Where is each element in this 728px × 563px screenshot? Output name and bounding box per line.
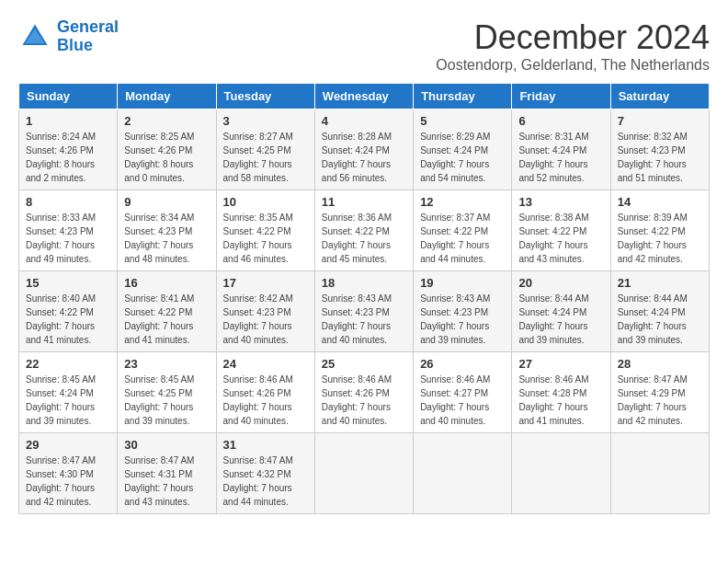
calendar-cell: 15Sunrise: 8:40 AMSunset: 4:22 PMDayligh… bbox=[19, 271, 118, 352]
day-info: Sunrise: 8:37 AMSunset: 4:22 PMDaylight:… bbox=[420, 211, 505, 266]
day-number: 12 bbox=[420, 195, 505, 209]
calendar-cell bbox=[512, 433, 610, 514]
calendar-cell: 4Sunrise: 8:28 AMSunset: 4:24 PMDaylight… bbox=[314, 109, 413, 190]
calendar-cell: 8Sunrise: 8:33 AMSunset: 4:23 PMDaylight… bbox=[19, 190, 118, 271]
calendar-week-row: 1Sunrise: 8:24 AMSunset: 4:26 PMDaylight… bbox=[19, 109, 710, 190]
calendar-week-row: 8Sunrise: 8:33 AMSunset: 4:23 PMDaylight… bbox=[19, 190, 710, 271]
calendar-cell: 20Sunrise: 8:44 AMSunset: 4:24 PMDayligh… bbox=[512, 271, 610, 352]
day-info: Sunrise: 8:36 AMSunset: 4:22 PMDaylight:… bbox=[322, 211, 406, 266]
day-info: Sunrise: 8:46 AMSunset: 4:26 PMDaylight:… bbox=[322, 373, 406, 428]
day-number: 7 bbox=[618, 114, 702, 128]
calendar-cell: 22Sunrise: 8:45 AMSunset: 4:24 PMDayligh… bbox=[19, 352, 118, 433]
day-number: 13 bbox=[518, 195, 603, 209]
col-header-tuesday: Tuesday bbox=[216, 84, 314, 109]
day-info: Sunrise: 8:43 AMSunset: 4:23 PMDaylight:… bbox=[420, 292, 505, 347]
month-title: December 2024 bbox=[436, 18, 710, 57]
day-info: Sunrise: 8:44 AMSunset: 4:24 PMDaylight:… bbox=[518, 292, 603, 347]
day-number: 20 bbox=[518, 276, 603, 290]
calendar-cell: 26Sunrise: 8:46 AMSunset: 4:27 PMDayligh… bbox=[414, 352, 512, 433]
day-info: Sunrise: 8:46 AMSunset: 4:27 PMDaylight:… bbox=[420, 373, 505, 428]
day-info: Sunrise: 8:45 AMSunset: 4:25 PMDaylight:… bbox=[124, 373, 209, 428]
calendar-cell: 19Sunrise: 8:43 AMSunset: 4:23 PMDayligh… bbox=[414, 271, 512, 352]
calendar-cell: 17Sunrise: 8:42 AMSunset: 4:23 PMDayligh… bbox=[216, 271, 314, 352]
calendar-week-row: 15Sunrise: 8:40 AMSunset: 4:22 PMDayligh… bbox=[19, 271, 710, 352]
calendar-cell: 16Sunrise: 8:41 AMSunset: 4:22 PMDayligh… bbox=[118, 271, 216, 352]
calendar-week-row: 29Sunrise: 8:47 AMSunset: 4:30 PMDayligh… bbox=[19, 433, 710, 514]
day-number: 29 bbox=[26, 438, 110, 452]
calendar-table: SundayMondayTuesdayWednesdayThursdayFrid… bbox=[18, 83, 710, 514]
header: General Blue December 2024 Oostendorp, G… bbox=[18, 18, 710, 74]
col-header-thursday: Thursday bbox=[414, 84, 512, 109]
day-number: 5 bbox=[420, 114, 505, 128]
logo-icon bbox=[18, 20, 51, 53]
day-number: 6 bbox=[518, 114, 603, 128]
day-info: Sunrise: 8:42 AMSunset: 4:23 PMDaylight:… bbox=[223, 292, 308, 347]
day-info: Sunrise: 8:29 AMSunset: 4:24 PMDaylight:… bbox=[420, 130, 505, 185]
day-number: 15 bbox=[26, 276, 110, 290]
day-info: Sunrise: 8:32 AMSunset: 4:23 PMDaylight:… bbox=[618, 130, 702, 185]
calendar-header-row: SundayMondayTuesdayWednesdayThursdayFrid… bbox=[19, 84, 710, 109]
day-info: Sunrise: 8:35 AMSunset: 4:22 PMDaylight:… bbox=[223, 211, 308, 266]
day-number: 14 bbox=[618, 195, 702, 209]
calendar-cell: 1Sunrise: 8:24 AMSunset: 4:26 PMDaylight… bbox=[19, 109, 118, 190]
day-info: Sunrise: 8:47 AMSunset: 4:31 PMDaylight:… bbox=[124, 454, 209, 509]
logo: General Blue bbox=[18, 18, 119, 55]
calendar-cell bbox=[414, 433, 512, 514]
calendar-cell: 14Sunrise: 8:39 AMSunset: 4:22 PMDayligh… bbox=[610, 190, 709, 271]
calendar-cell: 18Sunrise: 8:43 AMSunset: 4:23 PMDayligh… bbox=[314, 271, 413, 352]
day-number: 9 bbox=[124, 195, 209, 209]
day-number: 18 bbox=[322, 276, 406, 290]
day-number: 3 bbox=[223, 114, 308, 128]
day-number: 11 bbox=[322, 195, 406, 209]
day-number: 16 bbox=[124, 276, 209, 290]
calendar-cell: 2Sunrise: 8:25 AMSunset: 4:26 PMDaylight… bbox=[118, 109, 216, 190]
day-info: Sunrise: 8:46 AMSunset: 4:26 PMDaylight:… bbox=[223, 373, 308, 428]
calendar-cell: 24Sunrise: 8:46 AMSunset: 4:26 PMDayligh… bbox=[216, 352, 314, 433]
calendar-cell bbox=[610, 433, 709, 514]
calendar-cell: 12Sunrise: 8:37 AMSunset: 4:22 PMDayligh… bbox=[414, 190, 512, 271]
day-number: 28 bbox=[618, 357, 702, 371]
calendar-cell: 6Sunrise: 8:31 AMSunset: 4:24 PMDaylight… bbox=[512, 109, 610, 190]
calendar-cell: 11Sunrise: 8:36 AMSunset: 4:22 PMDayligh… bbox=[314, 190, 413, 271]
day-info: Sunrise: 8:41 AMSunset: 4:22 PMDaylight:… bbox=[124, 292, 209, 347]
day-info: Sunrise: 8:34 AMSunset: 4:23 PMDaylight:… bbox=[124, 211, 209, 266]
calendar-cell bbox=[314, 433, 413, 514]
col-header-wednesday: Wednesday bbox=[314, 84, 413, 109]
day-info: Sunrise: 8:47 AMSunset: 4:30 PMDaylight:… bbox=[26, 454, 110, 509]
calendar-body: 1Sunrise: 8:24 AMSunset: 4:26 PMDaylight… bbox=[19, 109, 710, 514]
day-info: Sunrise: 8:39 AMSunset: 4:22 PMDaylight:… bbox=[618, 211, 702, 266]
logo-text: General Blue bbox=[57, 18, 119, 55]
calendar-cell: 13Sunrise: 8:38 AMSunset: 4:22 PMDayligh… bbox=[512, 190, 610, 271]
day-number: 2 bbox=[124, 114, 209, 128]
day-info: Sunrise: 8:25 AMSunset: 4:26 PMDaylight:… bbox=[124, 130, 209, 185]
day-info: Sunrise: 8:46 AMSunset: 4:28 PMDaylight:… bbox=[518, 373, 603, 428]
day-number: 24 bbox=[223, 357, 308, 371]
calendar-cell: 7Sunrise: 8:32 AMSunset: 4:23 PMDaylight… bbox=[610, 109, 709, 190]
day-number: 10 bbox=[223, 195, 308, 209]
calendar-cell: 9Sunrise: 8:34 AMSunset: 4:23 PMDaylight… bbox=[118, 190, 216, 271]
day-number: 25 bbox=[322, 357, 406, 371]
calendar-cell: 10Sunrise: 8:35 AMSunset: 4:22 PMDayligh… bbox=[216, 190, 314, 271]
calendar-cell: 3Sunrise: 8:27 AMSunset: 4:25 PMDaylight… bbox=[216, 109, 314, 190]
day-info: Sunrise: 8:43 AMSunset: 4:23 PMDaylight:… bbox=[322, 292, 406, 347]
calendar-cell: 30Sunrise: 8:47 AMSunset: 4:31 PMDayligh… bbox=[118, 433, 216, 514]
day-info: Sunrise: 8:45 AMSunset: 4:24 PMDaylight:… bbox=[26, 373, 110, 428]
calendar-cell: 28Sunrise: 8:47 AMSunset: 4:29 PMDayligh… bbox=[610, 352, 709, 433]
calendar-cell: 23Sunrise: 8:45 AMSunset: 4:25 PMDayligh… bbox=[118, 352, 216, 433]
day-info: Sunrise: 8:38 AMSunset: 4:22 PMDaylight:… bbox=[518, 211, 603, 266]
calendar-cell: 27Sunrise: 8:46 AMSunset: 4:28 PMDayligh… bbox=[512, 352, 610, 433]
day-info: Sunrise: 8:33 AMSunset: 4:23 PMDaylight:… bbox=[26, 211, 110, 266]
col-header-friday: Friday bbox=[512, 84, 610, 109]
col-header-saturday: Saturday bbox=[610, 84, 709, 109]
day-number: 21 bbox=[618, 276, 702, 290]
col-header-monday: Monday bbox=[118, 84, 216, 109]
day-info: Sunrise: 8:44 AMSunset: 4:24 PMDaylight:… bbox=[618, 292, 702, 347]
day-info: Sunrise: 8:27 AMSunset: 4:25 PMDaylight:… bbox=[223, 130, 308, 185]
day-number: 30 bbox=[124, 438, 209, 452]
day-info: Sunrise: 8:28 AMSunset: 4:24 PMDaylight:… bbox=[322, 130, 406, 185]
day-info: Sunrise: 8:24 AMSunset: 4:26 PMDaylight:… bbox=[26, 130, 110, 185]
calendar-cell: 5Sunrise: 8:29 AMSunset: 4:24 PMDaylight… bbox=[414, 109, 512, 190]
day-number: 26 bbox=[420, 357, 505, 371]
calendar-week-row: 22Sunrise: 8:45 AMSunset: 4:24 PMDayligh… bbox=[19, 352, 710, 433]
calendar-cell: 31Sunrise: 8:47 AMSunset: 4:32 PMDayligh… bbox=[216, 433, 314, 514]
